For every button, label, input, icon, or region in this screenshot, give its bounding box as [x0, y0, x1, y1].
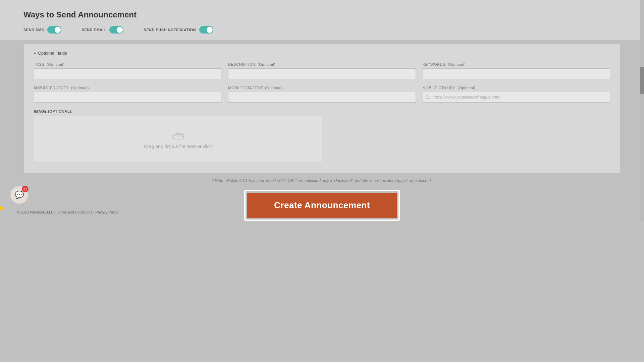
- mobile-cta-url-label: MOBILE CTA URL: (Optional): [423, 86, 610, 90]
- send-email-toggle[interactable]: [109, 26, 123, 34]
- form-row-1: TAGS: (Optional) DESCRIPTION: (Optional)…: [34, 62, 610, 79]
- button-highlight-border: Create Announcement: [244, 190, 400, 221]
- send-push-toggle[interactable]: [199, 26, 213, 34]
- description-label: DESCRIPTION: (Optional): [228, 62, 416, 66]
- send-sms-toggle[interactable]: [47, 26, 61, 34]
- create-announcement-button[interactable]: Create Announcement: [247, 193, 397, 218]
- mobile-priority-label: MOBILE PRIORITY: (Optional): [34, 86, 221, 90]
- optional-fields-section: ▾ Optional Fields TAGS: (Optional) DESCR…: [23, 44, 621, 173]
- mobile-priority-input[interactable]: [34, 92, 221, 103]
- mobile-priority-group: MOBILE PRIORITY: (Optional): [34, 86, 221, 103]
- svg-marker-0: [0, 205, 5, 212]
- button-area: Create Announcement: [0, 190, 644, 221]
- mobile-cta-text-label: MOBILE CTA TEXT: (Optional): [228, 86, 416, 90]
- image-section: IMAGE (OPTIONAL): Drag and drop a file h…: [34, 109, 610, 163]
- upload-icon: [171, 130, 185, 140]
- create-button-container: Create Announcement: [244, 190, 400, 221]
- footer: © 2023 Playbook, LLC | Terms and Conditi…: [17, 210, 118, 214]
- image-label: IMAGE (OPTIONAL):: [34, 109, 610, 113]
- mobile-cta-url-group: MOBILE CTA URL: (Optional): [423, 86, 610, 103]
- send-email-label: SEND EMAIL: [82, 28, 106, 32]
- scrollbar-thumb[interactable]: [640, 67, 644, 94]
- mobile-cta-text-input[interactable]: [228, 92, 416, 103]
- send-push-option: SEND PUSH NOTIFICATION: [144, 26, 213, 34]
- description-group: DESCRIPTION: (Optional): [228, 62, 416, 79]
- keywords-label: KEYWORDS: (Optional): [423, 62, 610, 66]
- page-wrapper: Ways to Send Announcement SEND SMS SEND …: [0, 0, 644, 362]
- send-options: SEND SMS SEND EMAIL SEND PUSH NOTIFICATI…: [23, 26, 621, 34]
- mobile-cta-text-group: MOBILE CTA TEXT: (Optional): [228, 86, 416, 103]
- tags-group: TAGS: (Optional): [34, 62, 221, 79]
- send-sms-label: SEND SMS: [23, 28, 44, 32]
- scrollbar[interactable]: [640, 0, 644, 221]
- send-push-label: SEND PUSH NOTIFICATION: [144, 28, 196, 32]
- note-text: * Note: 'Mobile CTA Text' and 'Mobile CT…: [23, 178, 621, 183]
- tags-input[interactable]: [34, 68, 221, 79]
- description-input[interactable]: [228, 68, 416, 79]
- chat-badge: 21: [22, 186, 29, 192]
- image-dropzone[interactable]: Drag and drop a file here or click: [34, 116, 322, 163]
- mobile-cta-url-input[interactable]: [423, 92, 610, 103]
- send-email-option: SEND EMAIL: [82, 26, 123, 34]
- chat-icon: 💬: [15, 191, 24, 199]
- keywords-input[interactable]: [423, 68, 610, 79]
- form-row-2: MOBILE PRIORITY: (Optional) MOBILE CTA T…: [34, 86, 610, 103]
- chat-widget[interactable]: 21 💬: [10, 186, 29, 204]
- content-wrapper: Ways to Send Announcement SEND SMS SEND …: [0, 0, 644, 221]
- chevron-down-icon: ▾: [34, 51, 36, 56]
- tags-label: TAGS: (Optional): [34, 62, 221, 66]
- keywords-group: KEYWORDS: (Optional): [423, 62, 610, 79]
- top-section: Ways to Send Announcement SEND SMS SEND …: [0, 0, 644, 40]
- optional-fields-label: Optional Fields: [38, 51, 67, 56]
- section-title: Ways to Send Announcement: [23, 10, 621, 19]
- send-sms-option: SEND SMS: [23, 26, 61, 34]
- dropzone-text: Drag and drop a file here or click: [144, 144, 212, 149]
- optional-fields-header[interactable]: ▾ Optional Fields: [34, 51, 610, 56]
